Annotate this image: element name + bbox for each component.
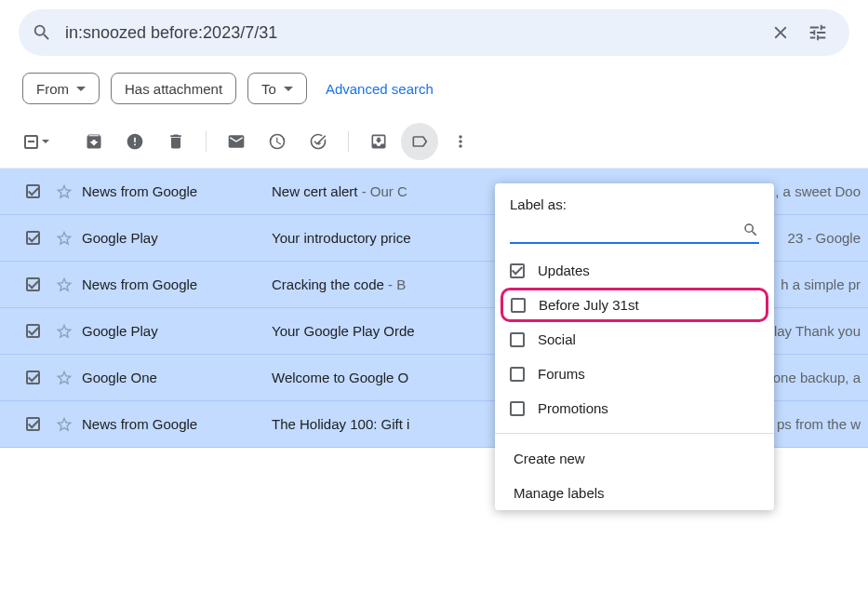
email-tail: 23 - Google (784, 230, 861, 246)
popup-separator (495, 433, 774, 434)
advanced-search-link[interactable]: Advanced search (326, 81, 434, 97)
star-button[interactable] (50, 369, 78, 387)
spam-icon (126, 132, 144, 151)
add-task-icon (309, 132, 327, 151)
email-tail: h a simple pr (777, 276, 861, 292)
label-option-promotions[interactable]: Promotions (495, 391, 774, 425)
star-outline-icon (55, 369, 73, 387)
email-sender: News from Google (82, 416, 268, 432)
star-button[interactable] (50, 415, 78, 434)
email-sender: Google Play (82, 323, 268, 339)
select-all-checkbox[interactable] (19, 123, 55, 160)
search-bar: in:snoozed before:2023/7/31 (19, 9, 849, 56)
clock-icon (268, 132, 287, 151)
row-checkbox[interactable] (19, 231, 47, 245)
label-option-updates[interactable]: Updates (495, 253, 774, 288)
more-button[interactable] (442, 123, 479, 160)
email-tail: ps from the w (773, 416, 861, 432)
mail-icon (227, 132, 246, 151)
email-sender: News from Google (82, 276, 268, 292)
email-tail: , a sweet Doo (771, 183, 861, 199)
checkbox-unchecked-icon (510, 401, 525, 416)
row-checkbox[interactable] (19, 371, 47, 384)
label-option-text: Before July 31st (539, 297, 639, 313)
checkbox-unchecked-icon (510, 332, 525, 347)
search-icon (32, 22, 52, 43)
email-sender: Google Play (82, 230, 268, 246)
row-checkbox[interactable] (19, 324, 47, 338)
label-popup-title: Label as: (495, 195, 774, 218)
action-toolbar (0, 115, 868, 168)
archive-icon (85, 132, 103, 151)
row-checkbox[interactable] (19, 277, 47, 291)
star-outline-icon (55, 322, 73, 341)
archive-button[interactable] (75, 123, 113, 160)
label-search[interactable] (510, 218, 759, 244)
checkbox-checked-icon (26, 417, 40, 431)
checkbox-checked-icon (26, 231, 40, 245)
more-vert-icon (451, 132, 470, 151)
labels-button[interactable] (401, 123, 438, 160)
label-as-popup: Label as: Updates Before July 31st Socia… (495, 183, 774, 510)
tune-icon (808, 22, 828, 43)
email-tail: lay Thank you (770, 323, 861, 339)
star-button[interactable] (50, 229, 78, 248)
toolbar-separator (348, 131, 349, 152)
checkbox-unchecked-icon (511, 298, 526, 313)
chip-has-attachment-label: Has attachment (125, 81, 222, 97)
move-to-button[interactable] (360, 123, 397, 160)
create-new-label[interactable]: Create new (495, 441, 774, 476)
report-spam-button[interactable] (116, 123, 154, 160)
label-option-text: Forums (538, 366, 585, 382)
add-to-tasks-button[interactable] (300, 123, 337, 160)
chevron-down-icon (284, 87, 293, 91)
toolbar-separator (206, 131, 207, 152)
label-search-input[interactable] (510, 221, 742, 240)
search-options-button[interactable] (799, 14, 836, 51)
email-sender: Google One (82, 370, 268, 385)
row-checkbox[interactable] (19, 417, 47, 431)
star-outline-icon (55, 229, 73, 248)
row-checkbox[interactable] (19, 184, 47, 198)
search-icon (742, 222, 759, 238)
email-tail: one backup, a (769, 370, 861, 385)
chip-to-label: To (261, 81, 276, 97)
checkbox-checked-icon (510, 263, 525, 278)
star-button[interactable] (50, 276, 78, 294)
star-outline-icon (55, 182, 73, 201)
label-option-forums[interactable]: Forums (495, 357, 774, 391)
clear-search-button[interactable] (762, 14, 799, 51)
checkbox-checked-icon (26, 324, 40, 338)
label-option-text: Updates (538, 263, 590, 278)
checkbox-checked-icon (26, 184, 40, 198)
filter-chips: From Has attachment To Advanced search (0, 56, 868, 115)
chip-to[interactable]: To (247, 73, 307, 104)
star-button[interactable] (50, 322, 78, 341)
close-icon (770, 22, 791, 43)
checkbox-indeterminate-icon (24, 135, 38, 149)
checkbox-checked-icon (26, 371, 40, 384)
label-option-before-july-31st[interactable]: Before July 31st (501, 288, 768, 322)
delete-button[interactable] (157, 123, 194, 160)
snooze-button[interactable] (259, 123, 296, 160)
move-to-inbox-icon (369, 132, 388, 151)
label-option-text: Promotions (538, 400, 608, 416)
trash-icon (167, 132, 185, 151)
chip-from[interactable]: From (22, 73, 100, 104)
chevron-down-icon (76, 87, 86, 91)
label-icon (410, 132, 429, 151)
checkbox-checked-icon (26, 277, 40, 291)
mark-unread-button[interactable] (218, 123, 255, 160)
star-outline-icon (55, 276, 73, 294)
checkbox-unchecked-icon (510, 367, 525, 382)
chip-has-attachment[interactable]: Has attachment (111, 73, 236, 104)
chevron-down-icon (42, 140, 49, 143)
star-outline-icon (55, 415, 73, 434)
star-button[interactable] (50, 182, 78, 201)
email-sender: News from Google (82, 183, 268, 199)
chip-from-label: From (36, 81, 69, 97)
label-option-social[interactable]: Social (495, 322, 774, 357)
search-input[interactable]: in:snoozed before:2023/7/31 (52, 23, 762, 43)
manage-labels[interactable]: Manage labels (495, 476, 774, 510)
label-option-text: Social (538, 331, 576, 347)
